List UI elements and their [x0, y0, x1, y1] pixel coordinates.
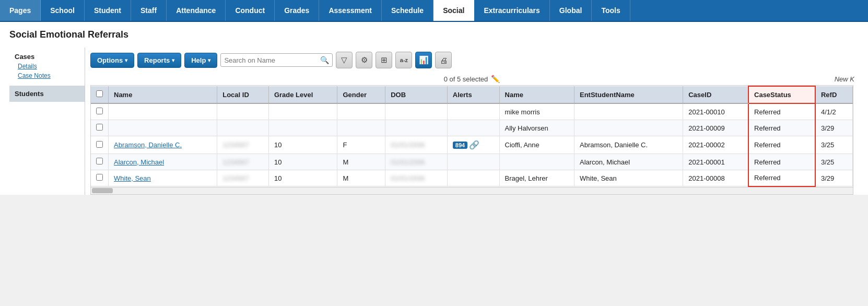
row-case-status: Referred	[748, 154, 815, 170]
row-alerts: 894 🔗	[447, 136, 499, 154]
print-icon: 🖨	[440, 56, 448, 65]
row-gender: M	[337, 154, 385, 170]
row-name[interactable]: White, Sean	[109, 170, 217, 186]
filter-settings-icon: ⚙	[361, 55, 368, 65]
row-local-id: 1234567	[217, 136, 269, 154]
search-input[interactable]	[224, 56, 318, 64]
header-grade-level: Grade Level	[268, 86, 337, 103]
row-name[interactable]: Alarcon, Michael	[109, 154, 217, 170]
nav-assessment[interactable]: Assessment	[319, 0, 382, 21]
help-button[interactable]: Help ▾	[184, 53, 217, 68]
row-checkbox-cell	[91, 136, 109, 154]
row-case-status: Referred	[748, 136, 815, 154]
help-caret-icon: ▾	[208, 57, 210, 63]
nav-schedule[interactable]: Schedule	[382, 0, 433, 21]
data-table-wrapper: Name Local ID Grade Level Gender DOB Ale…	[90, 85, 853, 187]
top-navigation: Pages School Student Staff Attendance Co…	[0, 0, 868, 22]
row-ent-student-name	[574, 120, 683, 136]
alert-badge: 894	[453, 142, 467, 149]
nav-school[interactable]: School	[41, 0, 85, 21]
sidebar-case-notes-link[interactable]: Case Notes	[9, 71, 85, 80]
select-all-checkbox[interactable]	[96, 90, 103, 97]
filter-button[interactable]: ▽	[336, 52, 353, 68]
header-case-id: CaseID	[683, 86, 748, 103]
row-dob: 01/01/2006	[385, 136, 448, 154]
row-case-name	[499, 154, 574, 170]
filter-settings-button[interactable]: ⚙	[356, 52, 372, 68]
row-refd: 3/29	[815, 120, 853, 136]
nav-extracurriculars[interactable]: Extracurriculars	[474, 0, 549, 21]
row-checkbox[interactable]	[96, 124, 103, 131]
nav-global[interactable]: Global	[550, 0, 592, 21]
table-row: White, Sean 1234567 10 M 01/01/2006 Brag…	[91, 170, 853, 186]
columns-icon: ⊞	[381, 55, 388, 65]
chart-button[interactable]: 📊	[415, 52, 432, 68]
row-local-id	[217, 120, 269, 136]
row-case-id: 2021-00008	[683, 170, 748, 186]
main-area: Options ▾ Reports ▾ Help ▾ 🔍 ▽	[85, 48, 859, 195]
search-icon: 🔍	[320, 56, 329, 64]
row-dob	[385, 103, 448, 120]
table-header-row: Name Local ID Grade Level Gender DOB Ale…	[91, 86, 853, 103]
row-name[interactable]: Abramson, Danielle C.	[109, 136, 217, 154]
nav-tools[interactable]: Tools	[592, 0, 630, 21]
sidebar-cases-title: Cases	[9, 50, 85, 62]
row-checkbox-cell	[91, 120, 109, 136]
row-grade-level	[268, 120, 337, 136]
columns-button[interactable]: ⊞	[376, 52, 392, 68]
chart-icon: 📊	[419, 55, 429, 65]
row-grade-level: 10	[268, 136, 337, 154]
row-grade-level: 10	[268, 170, 337, 186]
row-ent-student-name: Alarcon, Michael	[574, 154, 683, 170]
row-checkbox[interactable]	[96, 108, 103, 114]
options-button[interactable]: Options ▾	[90, 53, 134, 68]
row-grade-level: 10	[268, 154, 337, 170]
header-name: Name	[109, 86, 217, 103]
row-ent-student-name	[574, 103, 683, 120]
search-box: 🔍	[220, 53, 333, 67]
nav-social[interactable]: Social	[433, 0, 474, 21]
reports-button[interactable]: Reports ▾	[137, 53, 181, 68]
print-button[interactable]: 🖨	[435, 52, 452, 68]
header-dob: DOB	[385, 86, 448, 103]
scrollbar-thumb[interactable]	[92, 188, 113, 193]
selection-bar: 0 of 5 selected ✏️ New K	[90, 73, 853, 85]
row-checkbox[interactable]	[96, 158, 103, 164]
options-caret-icon: ▾	[125, 57, 127, 63]
new-k-label: New K	[835, 75, 854, 83]
row-local-id	[217, 103, 269, 120]
row-checkbox[interactable]	[96, 174, 103, 181]
sidebar-students-section[interactable]: Students	[9, 86, 85, 102]
nav-grades[interactable]: Grades	[275, 0, 319, 21]
page-content: Social Emotional Referrals Cases Details…	[0, 22, 868, 195]
row-refd: 3/25	[815, 136, 853, 154]
row-checkbox[interactable]	[96, 141, 103, 148]
row-case-id: 2021-00001	[683, 154, 748, 170]
header-ent-student-name: EntStudentName	[574, 86, 683, 103]
nav-pages[interactable]: Pages	[0, 0, 41, 21]
header-refd: RefD	[815, 86, 853, 103]
header-gender: Gender	[337, 86, 385, 103]
row-case-id: 2021-00009	[683, 120, 748, 136]
sidebar-details-link[interactable]: Details	[9, 62, 85, 71]
data-table: Name Local ID Grade Level Gender DOB Ale…	[91, 86, 853, 187]
row-case-name: mike morris	[499, 103, 574, 120]
row-case-status: Referred	[748, 103, 815, 120]
selection-count: 0 of 5 selected	[444, 75, 488, 83]
horizontal-scrollbar[interactable]	[90, 187, 853, 195]
header-case-name: Name	[499, 86, 574, 103]
nav-attendance[interactable]: Attendance	[167, 0, 226, 21]
nav-conduct[interactable]: Conduct	[226, 0, 275, 21]
clear-selection-icon[interactable]: ✏️	[491, 75, 500, 83]
row-alerts	[447, 103, 499, 120]
nav-staff[interactable]: Staff	[131, 0, 167, 21]
sort-button[interactable]: a-z	[395, 52, 412, 68]
nav-student[interactable]: Student	[85, 0, 131, 21]
row-checkbox-cell	[91, 103, 109, 120]
row-case-name: Cioffi, Anne	[499, 136, 574, 154]
row-case-id: 2021-00002	[683, 136, 748, 154]
alert-link-icon[interactable]: 🔗	[469, 140, 479, 150]
row-case-name: Bragel, Lehrer	[499, 170, 574, 186]
header-local-id: Local ID	[217, 86, 269, 103]
row-case-status: Referred	[748, 170, 815, 186]
